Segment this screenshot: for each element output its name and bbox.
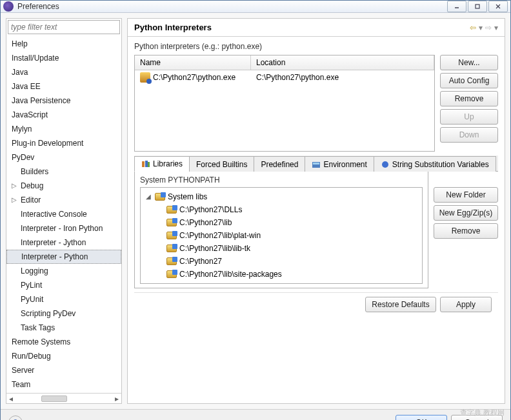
sidebar-item-debug[interactable]: ▷Debug bbox=[6, 179, 121, 193]
sidebar-item-help[interactable]: Help bbox=[6, 37, 121, 51]
svg-rect-8 bbox=[313, 163, 319, 165]
cancel-button[interactable]: Cancel bbox=[451, 415, 503, 420]
jar-folder-icon bbox=[166, 206, 177, 214]
category-tree[interactable]: HelpInstall/UpdateJavaJava EEJava Persis… bbox=[6, 35, 121, 393]
jar-folder-icon bbox=[166, 270, 177, 278]
python-icon bbox=[140, 72, 150, 83]
sidebar-item-interpreter-jython[interactable]: Interpreter - Jython bbox=[6, 235, 121, 250]
sidebar-item-server[interactable]: Server bbox=[6, 363, 121, 377]
svg-rect-1 bbox=[476, 5, 479, 8]
preferences-window: Preferences HelpInstall/UpdateJavaJava E… bbox=[0, 0, 511, 420]
sidebar-item-logging[interactable]: Logging bbox=[6, 264, 121, 278]
svg-rect-6 bbox=[148, 162, 150, 167]
lib-item[interactable]: C:\Python27\lib\lib-tk bbox=[143, 242, 419, 255]
remove-lib-button[interactable]: Remove bbox=[434, 223, 498, 239]
up-button[interactable]: Up bbox=[440, 109, 498, 125]
tab-forced-builtins[interactable]: Forced Builtins bbox=[189, 156, 254, 172]
new-button[interactable]: New... bbox=[440, 55, 498, 70]
category-sidebar: HelpInstall/UpdateJavaJava EEJava Persis… bbox=[6, 18, 122, 404]
restore-defaults-button[interactable]: Restore Defaults bbox=[365, 297, 436, 312]
sidebar-item-builders[interactable]: Builders bbox=[6, 165, 121, 179]
svg-rect-5 bbox=[145, 161, 148, 167]
sidebar-item-pyunit[interactable]: PyUnit bbox=[6, 292, 121, 306]
jar-folder-icon bbox=[166, 219, 177, 226]
window-title: Preferences bbox=[17, 2, 447, 11]
new-folder-button[interactable]: New Folder bbox=[434, 187, 498, 203]
variable-icon bbox=[381, 160, 390, 169]
lib-item[interactable]: C:\Python27\lib\site-packages bbox=[143, 268, 419, 281]
sidebar-item-java[interactable]: Java bbox=[6, 65, 121, 79]
tab-libraries[interactable]: Libraries bbox=[134, 156, 190, 172]
col-location[interactable]: Location bbox=[251, 55, 434, 70]
tab-string-substitution[interactable]: String Substitution Variables bbox=[374, 156, 496, 172]
sidebar-item-run-debug[interactable]: Run/Debug bbox=[6, 349, 121, 363]
lib-item[interactable]: C:\Python27 bbox=[143, 255, 419, 268]
lib-item[interactable]: C:\Python27\lib bbox=[143, 216, 419, 229]
sidebar-item-interpreter-python[interactable]: Interpreter - Python bbox=[6, 250, 121, 264]
libs-root[interactable]: ◢System libs bbox=[143, 190, 419, 203]
sidebar-item-remote-systems[interactable]: Remote Systems bbox=[6, 335, 121, 349]
sidebar-item-javascript[interactable]: JavaScript bbox=[6, 108, 121, 122]
sidebar-item-install-update[interactable]: Install/Update bbox=[6, 51, 121, 65]
ok-button[interactable]: OK bbox=[396, 415, 447, 420]
app-icon bbox=[3, 1, 14, 12]
new-egg-button[interactable]: New Egg/Zip(s) bbox=[434, 205, 498, 221]
tab-predefined[interactable]: Predefined bbox=[254, 156, 305, 172]
folder-icon bbox=[155, 193, 165, 201]
lib-item[interactable]: C:\Python27\lib\plat-win bbox=[143, 229, 419, 242]
sidebar-item-mylyn[interactable]: Mylyn bbox=[6, 122, 121, 136]
tab-environment[interactable]: Environment bbox=[305, 156, 374, 172]
nav-forward-icon[interactable]: ⇨ bbox=[485, 23, 492, 32]
sidebar-item-java-persistence[interactable]: Java Persistence bbox=[6, 94, 121, 108]
autoconfig-button[interactable]: Auto Config bbox=[440, 73, 498, 88]
filter-input[interactable] bbox=[8, 20, 120, 34]
libs-tree[interactable]: ◢System libsC:\Python27\DLLsC:\Python27\… bbox=[140, 187, 423, 284]
table-row[interactable]: C:\Python27\python.exe C:\Python27\pytho… bbox=[135, 70, 434, 85]
hint-text: Python interpreters (e.g.: python.exe) bbox=[134, 42, 498, 51]
interpreters-table[interactable]: Name Location C:\Python27\python.exe C:\… bbox=[134, 55, 435, 152]
titlebar: Preferences bbox=[1, 1, 510, 13]
maximize-button[interactable] bbox=[468, 1, 487, 12]
minimize-button[interactable] bbox=[447, 1, 466, 12]
sidebar-item-scripting-pydev[interactable]: Scripting PyDev bbox=[6, 306, 121, 321]
col-name[interactable]: Name bbox=[135, 55, 251, 70]
svg-rect-4 bbox=[142, 161, 145, 167]
main-panel: Python Interpreters ⇦▾ ⇨▾ Python interpr… bbox=[127, 18, 505, 404]
apply-button[interactable]: Apply bbox=[440, 297, 492, 312]
remove-interp-button[interactable]: Remove bbox=[440, 91, 498, 106]
svg-point-9 bbox=[382, 161, 388, 168]
sidebar-item-interactive-console[interactable]: Interactive Console bbox=[6, 207, 121, 221]
sidebar-item-plug-in-development[interactable]: Plug-in Development bbox=[6, 136, 121, 150]
jar-folder-icon bbox=[166, 257, 177, 265]
sidebar-item-task-tags[interactable]: Task Tags bbox=[6, 321, 121, 335]
nav-back-icon[interactable]: ⇦ bbox=[470, 23, 476, 32]
tree-hscroll[interactable]: ◂▸ bbox=[6, 393, 121, 403]
sidebar-item-pylint[interactable]: PyLint bbox=[6, 278, 121, 292]
libraries-icon bbox=[141, 159, 150, 168]
sidebar-item-pydev[interactable]: PyDev bbox=[6, 150, 121, 165]
jar-folder-icon bbox=[166, 245, 177, 252]
sidebar-item-interpreter-iron-python[interactable]: Interpreter - Iron Python bbox=[6, 221, 121, 235]
down-button[interactable]: Down bbox=[440, 127, 498, 143]
close-button[interactable] bbox=[488, 1, 508, 12]
help-icon[interactable]: ? bbox=[8, 415, 23, 420]
libs-title: System PYTHONPATH bbox=[140, 175, 423, 185]
sidebar-item-editor[interactable]: ▷Editor bbox=[6, 193, 121, 207]
environment-icon bbox=[312, 160, 321, 169]
sidebar-item-team[interactable]: Team bbox=[6, 377, 121, 392]
jar-folder-icon bbox=[166, 232, 177, 239]
sidebar-item-java-ee[interactable]: Java EE bbox=[6, 79, 121, 94]
page-title: Python Interpreters bbox=[134, 23, 470, 32]
tabs: Libraries Forced Builtins Predefined Env… bbox=[134, 155, 498, 172]
lib-item[interactable]: C:\Python27\DLLs bbox=[143, 203, 419, 216]
